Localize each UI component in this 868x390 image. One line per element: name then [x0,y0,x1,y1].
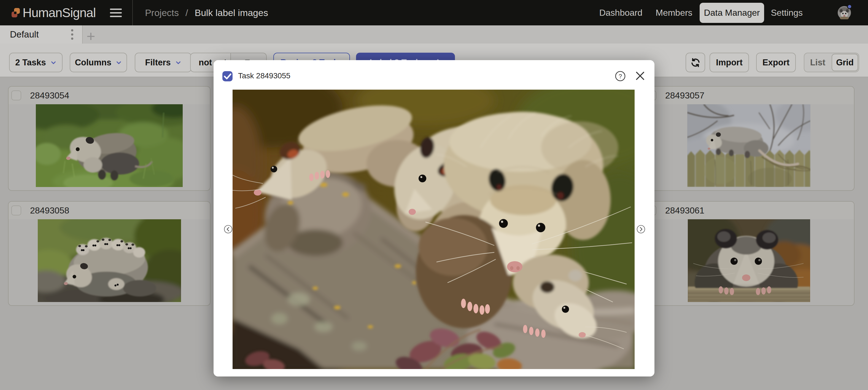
svg-text:?: ? [619,73,622,80]
